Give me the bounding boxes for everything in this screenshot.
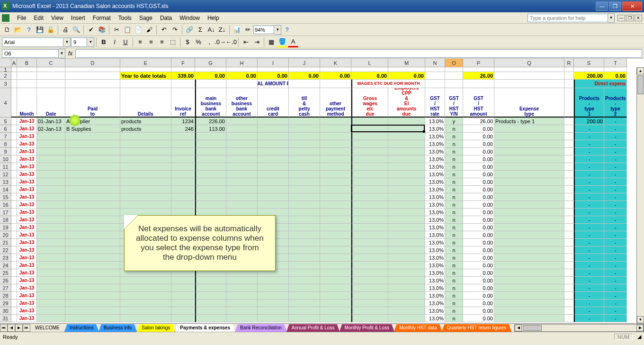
cell[interactable] bbox=[11, 300, 17, 307]
cell[interactable] bbox=[494, 171, 564, 178]
tab-last-icon[interactable]: ⏭ bbox=[23, 324, 30, 332]
cell[interactable] bbox=[320, 193, 351, 201]
cell[interactable]: Month bbox=[17, 88, 37, 118]
cell[interactable] bbox=[351, 277, 388, 284]
cell[interactable]: 13.0% bbox=[425, 163, 445, 171]
row-header-5[interactable]: 5 bbox=[0, 118, 11, 125]
cell[interactable] bbox=[564, 80, 574, 88]
cell[interactable] bbox=[494, 67, 564, 72]
cell[interactable] bbox=[388, 224, 425, 231]
align-center-icon[interactable]: ≡ bbox=[146, 37, 156, 47]
scroll-thumb[interactable] bbox=[637, 75, 644, 94]
cell[interactable]: - bbox=[604, 231, 627, 239]
menu-help[interactable]: Help bbox=[204, 13, 223, 23]
hscroll-thumb[interactable] bbox=[523, 325, 542, 331]
cell[interactable] bbox=[388, 186, 425, 193]
cell[interactable]: 0.00 bbox=[463, 193, 494, 201]
cell[interactable]: 0.00 bbox=[463, 239, 494, 246]
cell[interactable] bbox=[351, 140, 388, 148]
cell[interactable] bbox=[258, 155, 289, 163]
cell[interactable] bbox=[320, 292, 351, 300]
cell[interactable]: n bbox=[445, 193, 463, 201]
cell[interactable]: 0.00 bbox=[463, 246, 494, 254]
cell[interactable] bbox=[425, 67, 445, 72]
cell[interactable] bbox=[351, 125, 388, 133]
cell[interactable] bbox=[11, 148, 17, 155]
cell[interactable]: Date bbox=[37, 88, 65, 118]
cell[interactable] bbox=[37, 133, 65, 140]
cell[interactable] bbox=[226, 155, 258, 163]
cell[interactable]: TOTAL AMOUNT PAID bbox=[258, 80, 289, 88]
cell[interactable] bbox=[388, 67, 425, 72]
cell[interactable]: 0.00 bbox=[463, 254, 494, 262]
cell[interactable] bbox=[195, 277, 226, 284]
cell[interactable] bbox=[37, 140, 65, 148]
cell[interactable]: - bbox=[604, 292, 627, 300]
cell[interactable]: Direct expens bbox=[574, 80, 627, 88]
cell[interactable]: 0.00 bbox=[463, 155, 494, 163]
cell[interactable] bbox=[65, 163, 120, 171]
cell[interactable] bbox=[120, 315, 171, 322]
cell[interactable]: - bbox=[574, 178, 604, 186]
cell[interactable]: A Supplier bbox=[65, 118, 120, 125]
cell[interactable]: Jan-13 bbox=[17, 300, 37, 307]
tab-prev-icon[interactable]: ◀ bbox=[8, 324, 15, 332]
cell[interactable]: GST/HSTrate bbox=[425, 88, 445, 118]
cell[interactable] bbox=[258, 292, 289, 300]
cell[interactable] bbox=[564, 140, 574, 148]
cell[interactable] bbox=[37, 67, 65, 72]
cell[interactable] bbox=[564, 163, 574, 171]
cell[interactable] bbox=[65, 269, 120, 277]
cell[interactable] bbox=[289, 254, 320, 262]
cell[interactable]: - bbox=[574, 269, 604, 277]
doc-restore-button[interactable]: ❐ bbox=[626, 15, 634, 21]
cell[interactable]: 13.0% bbox=[425, 178, 445, 186]
cell[interactable] bbox=[388, 171, 425, 178]
print-preview-icon[interactable]: 🔍 bbox=[71, 25, 81, 35]
cell[interactable] bbox=[258, 67, 289, 72]
cell[interactable] bbox=[289, 125, 320, 133]
cell[interactable] bbox=[17, 67, 37, 72]
cell[interactable]: 0.00 bbox=[320, 72, 351, 80]
cell[interactable] bbox=[195, 178, 226, 186]
cell[interactable] bbox=[564, 193, 574, 201]
cell[interactable] bbox=[388, 178, 425, 186]
cell[interactable] bbox=[351, 292, 388, 300]
cell[interactable] bbox=[37, 277, 65, 284]
cell[interactable]: n bbox=[445, 269, 463, 277]
cell[interactable] bbox=[11, 262, 17, 269]
cell[interactable] bbox=[494, 284, 564, 292]
cell[interactable]: Invoiceref bbox=[171, 88, 195, 118]
cell[interactable]: 200.00 bbox=[574, 72, 604, 80]
chart-icon[interactable]: 📊 bbox=[232, 25, 242, 35]
cell[interactable] bbox=[37, 193, 65, 201]
cell[interactable] bbox=[37, 155, 65, 163]
cell[interactable] bbox=[320, 118, 351, 125]
cell[interactable]: n bbox=[445, 239, 463, 246]
cell[interactable] bbox=[120, 284, 171, 292]
cell[interactable] bbox=[258, 193, 289, 201]
cell[interactable] bbox=[388, 148, 425, 155]
open-icon[interactable]: 📂 bbox=[13, 25, 23, 35]
cell[interactable]: - bbox=[604, 148, 627, 155]
col-header-A[interactable]: A bbox=[11, 59, 17, 67]
cell[interactable]: n bbox=[445, 178, 463, 186]
cell[interactable] bbox=[351, 209, 388, 216]
cell[interactable] bbox=[564, 231, 574, 239]
cell[interactable]: - bbox=[574, 246, 604, 254]
row-header-29[interactable]: 29 bbox=[0, 300, 11, 307]
cell[interactable] bbox=[289, 148, 320, 155]
cell[interactable]: EmployersCPP&EIamountsdue bbox=[388, 88, 425, 118]
cell[interactable]: - bbox=[574, 284, 604, 292]
cell[interactable]: WAGES ETC DUE FOR MONTH bbox=[351, 80, 425, 88]
cell[interactable] bbox=[171, 292, 195, 300]
cell[interactable] bbox=[226, 80, 258, 88]
autosum-icon[interactable]: Σ bbox=[195, 25, 206, 35]
cell[interactable] bbox=[494, 231, 564, 239]
cell[interactable]: n bbox=[445, 163, 463, 171]
cell[interactable] bbox=[171, 140, 195, 148]
cell[interactable] bbox=[574, 67, 604, 72]
cell[interactable]: - bbox=[574, 315, 604, 322]
row-header-11[interactable]: 11 bbox=[0, 163, 11, 171]
row-header-31[interactable]: 31 bbox=[0, 315, 11, 322]
